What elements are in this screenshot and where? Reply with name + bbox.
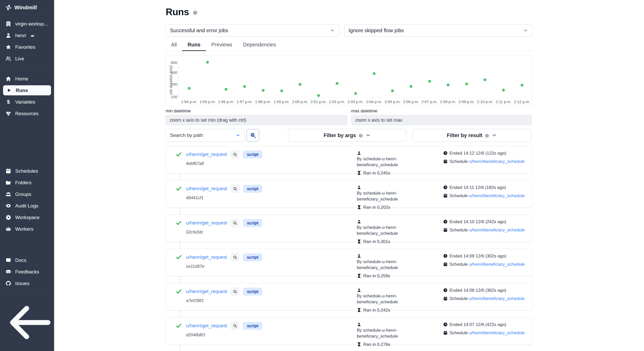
sidebar-item-feedbacks[interactable]: Feedbacks — [0, 266, 54, 278]
chart-x-tick: 1:55 p.m. — [200, 99, 216, 104]
inspect-run-button[interactable] — [231, 219, 239, 227]
user-icon — [357, 185, 361, 190]
inspect-run-button[interactable] — [231, 287, 239, 296]
success-check-icon — [176, 254, 182, 260]
run-path-link[interactable]: u/henri/get_request — [186, 323, 227, 329]
sidebar-item-label: Runs — [16, 88, 28, 93]
run-duration-text: Ran in 0,202s — [363, 205, 390, 210]
sidebar-item-issues[interactable]: Issues — [0, 278, 54, 289]
calendar-icon — [443, 193, 448, 198]
chart-x-tick: 2:12 p.m. — [514, 99, 530, 104]
hourglass-icon — [357, 308, 361, 312]
chart-data-point — [188, 87, 191, 90]
inspect-run-button[interactable] — [231, 184, 239, 193]
run-duration-text: Ran in 0,242s — [363, 308, 390, 313]
max-datetime-input[interactable] — [351, 115, 532, 125]
schedule-path-link[interactable]: u/henri/beneficiary_schedule — [469, 262, 525, 267]
run-path-link[interactable]: u/henri/get_request — [186, 254, 227, 260]
sidebar-item-runs[interactable]: Runs — [3, 85, 51, 95]
tab-dependencies[interactable]: Dependencies — [238, 40, 281, 51]
run-row[interactable]: u/henri/get_request script d2048d63 By s… — [166, 317, 532, 345]
sidebar-item-variables[interactable]: $Variables — [0, 96, 54, 108]
sidebar-item-workers[interactable]: Workers — [0, 223, 54, 235]
run-path-link[interactable]: u/henri/get_request — [186, 186, 227, 191]
schedule-path-link[interactable]: u/henri/beneficiary_schedule — [469, 296, 525, 301]
sidebar-divider — [0, 68, 54, 68]
schedule-path-link[interactable]: u/henri/beneficiary_schedule — [469, 330, 525, 335]
run-ended-text: Ended 14:08 12/6 (362s ago) — [450, 288, 506, 293]
search-by-path-select[interactable]: Search by path — [166, 129, 244, 142]
chart-data-point — [354, 92, 357, 95]
collapse-sidebar-button[interactable] — [0, 295, 54, 351]
sidebar-item-live[interactable]: Live — [0, 53, 54, 64]
filter-by-result-button[interactable]: Filter by result — [412, 129, 531, 142]
run-path-link[interactable]: u/henri/get_request — [186, 289, 227, 294]
sidebar-item-label: Resources — [15, 111, 39, 116]
run-row[interactable]: u/henri/get_request script a7e038f1 By s… — [166, 283, 532, 311]
job-duration-chart[interactable]: job duration (ms) 6004002501501:54 p.m.1… — [166, 55, 532, 106]
run-row[interactable]: u/henri/get_request script 4ebf67a8 By s… — [166, 146, 532, 173]
run-kind-tabs: All Runs Previews Dependencies — [166, 40, 532, 51]
chart-data-point — [428, 80, 431, 83]
filter-by-args-label: Filter by args — [324, 132, 356, 138]
schedule-prefix: Schedule — [450, 262, 468, 267]
arrow-left-icon — [5, 298, 54, 347]
sidebar-item-home[interactable]: Home — [0, 73, 54, 85]
inspect-run-button[interactable] — [231, 253, 239, 262]
tab-previews[interactable]: Previews — [206, 40, 238, 51]
sidebar-item-virgin-worksp[interactable]: virgin-worksp... — [0, 18, 54, 30]
chart-x-axis — [178, 97, 528, 98]
chart-x-tick: 2:00 p.m. — [292, 99, 308, 104]
sidebar-item-henri[interactable]: henri — [0, 30, 54, 41]
users-icon — [5, 56, 11, 62]
skipped-jobs-select[interactable]: Ignore skipped flow jobs — [344, 24, 532, 37]
sidebar-item-audit-logs[interactable]: Audit Logs — [0, 200, 54, 212]
chart-x-tick: 2:04 p.m. — [366, 99, 382, 104]
run-row[interactable]: u/henri/get_request script 46441cf1 By s… — [166, 180, 532, 208]
info-icon — [359, 133, 363, 138]
info-icon — [485, 133, 489, 138]
user-icon — [357, 254, 361, 258]
job-status-select[interactable]: Successful and error jobs — [166, 24, 340, 37]
user-icon — [357, 151, 361, 155]
tab-runs[interactable]: Runs — [182, 40, 206, 51]
sidebar-item-favorites[interactable]: Favorites — [0, 41, 54, 53]
run-row[interactable]: u/henri/get_request script ce11d97e By s… — [166, 249, 532, 276]
tab-all[interactable]: All — [166, 40, 182, 51]
chart-x-tick: 1:59 p.m. — [274, 99, 290, 104]
app-logo[interactable]: Windmill — [0, 0, 54, 15]
inspect-run-button[interactable] — [231, 321, 239, 330]
chart-x-tick: 2:08 p.m. — [440, 99, 456, 104]
runs-list: u/henri/get_request script 4ebf67a8 By s… — [166, 146, 532, 351]
run-path-link[interactable]: u/henri/get_request — [186, 152, 227, 157]
sidebar-item-schedules[interactable]: Schedules — [0, 165, 54, 177]
schedule-path-link[interactable]: u/henri/beneficiary_schedule — [469, 228, 525, 232]
zoom-out-button[interactable] — [247, 129, 259, 142]
hourglass-icon — [357, 342, 361, 347]
run-path-link[interactable]: u/henri/get_request — [186, 220, 227, 226]
sidebar-item-workspace[interactable]: Workspace — [0, 212, 54, 223]
info-icon[interactable] — [193, 10, 198, 15]
success-check-icon — [176, 323, 182, 329]
sidebar-item-folders[interactable]: Folders — [0, 177, 54, 188]
sidebar-item-docs[interactable]: Docs — [0, 254, 54, 266]
min-datetime-input[interactable] — [166, 115, 347, 125]
main-content: Runs Successful and error jobs Ignore sk… — [54, 0, 644, 351]
run-duration-text: Ran in 0,259s — [363, 273, 390, 278]
sidebar-item-resources[interactable]: Resources — [0, 108, 54, 119]
success-check-icon — [176, 288, 182, 295]
sidebar-item-label: Issues — [15, 281, 29, 286]
schedule-path-link[interactable]: u/henri/beneficiary_schedule — [469, 159, 525, 164]
chart-data-point — [280, 89, 283, 92]
chevron-down-icon — [523, 28, 528, 33]
run-duration-text: Ran in 0,245s — [363, 171, 390, 176]
sidebar-item-groups[interactable]: Groups — [0, 188, 54, 200]
inspect-run-button[interactable] — [231, 150, 239, 159]
filter-by-args-button[interactable]: Filter by args — [288, 129, 406, 142]
chevron-down-icon — [330, 28, 335, 33]
chart-x-tick: 1:57 p.m. — [236, 99, 253, 104]
run-row[interactable]: u/henri/get_request script 02cfa3dc By s… — [166, 214, 532, 242]
user-icon — [357, 219, 361, 224]
schedule-path-link[interactable]: u/henri/beneficiary_schedule — [469, 193, 525, 198]
sidebar-item-label: Schedules — [15, 168, 38, 174]
